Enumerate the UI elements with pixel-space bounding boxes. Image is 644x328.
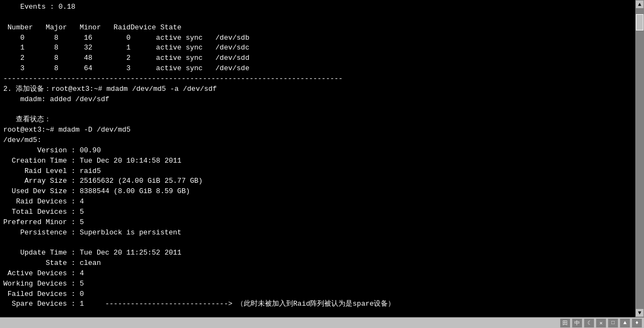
taskbar-icon-6[interactable]: ▲ [620, 319, 630, 327]
taskbar-icon-5[interactable]: □ [608, 319, 618, 327]
terminal-content: Events : 0.18 Number Major Minor RaidDev… [0, 0, 635, 317]
taskbar-icon-7[interactable]: ♦ [632, 319, 642, 327]
scrollbar-thumb[interactable] [636, 14, 643, 30]
taskbar-icon-2[interactable]: 中 [572, 319, 582, 327]
taskbar-icon-4[interactable]: ✕ [596, 319, 606, 327]
scrollbar[interactable]: ▲ ▼ [635, 0, 644, 317]
terminal-window: Events : 0.18 Number Major Minor RaidDev… [0, 0, 635, 317]
scroll-up-arrow[interactable]: ▲ [635, 0, 644, 9]
scrollbar-track[interactable] [635, 9, 644, 308]
taskbar-icon-3[interactable]: ☾ [584, 319, 594, 327]
scroll-down-arrow[interactable]: ▼ [635, 308, 644, 317]
taskbar: 田 中 ☾ ✕ □ ▲ ♦ [0, 317, 644, 328]
taskbar-icon-1[interactable]: 田 [560, 319, 570, 327]
